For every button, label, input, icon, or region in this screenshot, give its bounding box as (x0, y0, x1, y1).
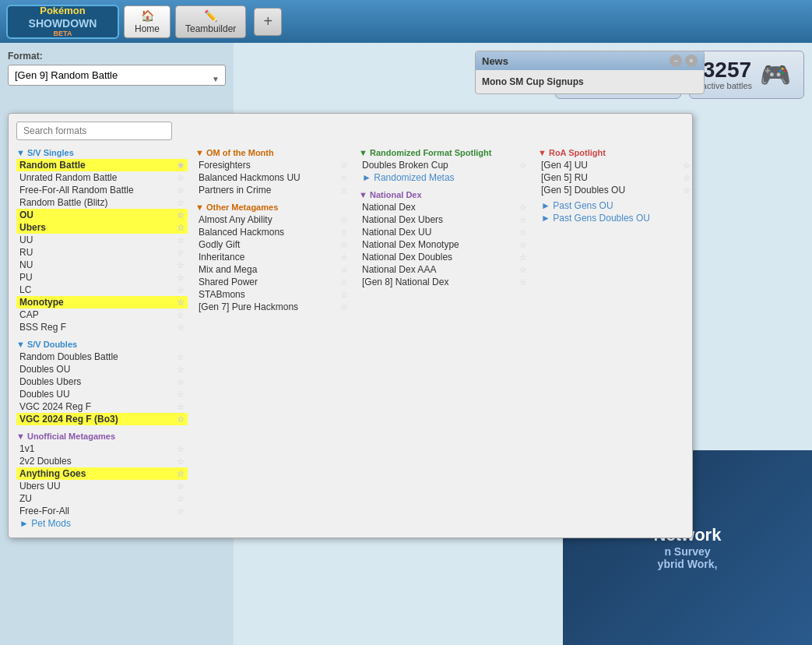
format-item-gen4uu[interactable]: [Gen 4] UU ☆ (538, 159, 694, 171)
format-item-doubles-ou[interactable]: Doubles OU ☆ (16, 363, 188, 375)
star-zu[interactable]: ☆ (177, 494, 185, 504)
star-natdex-doubles[interactable]: ☆ (519, 252, 527, 263)
star-nu[interactable]: ☆ (177, 260, 185, 270)
format-item-stabmons[interactable]: STABmons ☆ (195, 288, 351, 301)
format-item-partners[interactable]: Partners in Crime ☆ (195, 184, 351, 196)
star-gen5doubles[interactable]: ☆ (683, 185, 691, 196)
star-natdex-uu[interactable]: ☆ (519, 227, 527, 238)
format-item-monotype[interactable]: Monotype ☆ (16, 296, 188, 308)
format-item-ou[interactable]: OU ☆ (16, 209, 188, 221)
format-item-vgc-bo3[interactable]: VGC 2024 Reg F (Bo3) ☆ (16, 413, 188, 425)
star-natdex-aaa[interactable]: ☆ (519, 265, 527, 275)
star-shared-power[interactable]: ☆ (340, 277, 348, 287)
format-item-mix-mega[interactable]: Mix and Mega ☆ (195, 263, 351, 276)
format-item-bss[interactable]: BSS Reg F ☆ (16, 321, 188, 333)
add-tab-button[interactable]: + (254, 8, 282, 36)
format-item-natdex-ubers[interactable]: National Dex Ubers ☆ (359, 213, 530, 226)
star-rdb[interactable]: ☆ (177, 352, 185, 362)
format-item-aaa[interactable]: Almost Any Ability ☆ (195, 213, 351, 226)
format-item-blitz[interactable]: Random Battle (Blitz) ☆ (16, 196, 188, 209)
star-ubers[interactable]: ☆ (177, 223, 185, 233)
format-item-natdex-uu[interactable]: National Dex UU ☆ (359, 226, 530, 238)
logo[interactable]: Pokémon SHOWDOWN BETA (6, 5, 119, 39)
format-item-natdex-doubles[interactable]: National Dex Doubles ☆ (359, 251, 530, 263)
star-ffa[interactable]: ☆ (177, 185, 185, 196)
star-stabmons[interactable]: ☆ (340, 290, 348, 300)
format-item-doubles-ubers[interactable]: Doubles Ubers ☆ (16, 375, 188, 388)
star-unrated[interactable]: ☆ (177, 173, 185, 183)
news-item[interactable]: Mono SM Cup Signups (482, 76, 698, 87)
format-item-godly[interactable]: Godly Gift ☆ (195, 238, 351, 251)
star-doubles-uu[interactable]: ☆ (177, 389, 185, 400)
star-vgc-bo3[interactable]: ☆ (177, 414, 185, 425)
format-item-doubles-broken[interactable]: Doubles Broken Cup ☆ (359, 159, 530, 171)
star-gen8-natdex[interactable]: ☆ (519, 277, 527, 287)
news-minimize[interactable]: − (670, 55, 682, 67)
format-item-rdb[interactable]: Random Doubles Battle ☆ (16, 351, 188, 363)
format-item-foresighters[interactable]: Foresighters ☆ (195, 159, 351, 171)
format-item-cap[interactable]: CAP ☆ (16, 308, 188, 321)
star-cap[interactable]: ☆ (177, 310, 185, 320)
star-gen5ru[interactable]: ☆ (683, 173, 691, 183)
format-item-randomized-metas[interactable]: ► Randomized Metas (359, 171, 530, 184)
format-select[interactable]: [Gen 9] Random Battle (8, 65, 226, 86)
format-item-doubles-uu[interactable]: Doubles UU ☆ (16, 388, 188, 400)
star-ag[interactable]: ☆ (177, 469, 185, 479)
format-item-vgc-reg-f[interactable]: VGC 2024 Reg F ☆ (16, 400, 188, 413)
format-item-nu[interactable]: NU ☆ (16, 259, 188, 271)
format-item-natdex-mono[interactable]: National Dex Monotype ☆ (359, 238, 530, 251)
star-pu[interactable]: ☆ (177, 273, 185, 283)
format-item-lc[interactable]: LC ☆ (16, 284, 188, 296)
star-doubles-ubers[interactable]: ☆ (177, 377, 185, 387)
star-blitz[interactable]: ☆ (177, 198, 185, 208)
format-item-ffa[interactable]: Free-For-All Random Battle ☆ (16, 184, 188, 196)
format-item-gen7-hackmons[interactable]: [Gen 7] Pure Hackmons ☆ (195, 301, 351, 313)
star-gen4uu[interactable]: ☆ (683, 160, 691, 171)
star-random-battle[interactable]: ★ (177, 160, 185, 171)
home-button[interactable]: 🏠 Home (124, 5, 170, 38)
star-natdex[interactable]: ☆ (519, 203, 527, 213)
search-input[interactable] (16, 122, 172, 140)
format-item-bh[interactable]: Balanced Hackmons ☆ (195, 226, 351, 238)
format-item-shared-power[interactable]: Shared Power ☆ (195, 276, 351, 288)
star-partners[interactable]: ☆ (340, 185, 348, 196)
format-item-uu[interactable]: UU ☆ (16, 234, 188, 246)
format-item-gen5ru[interactable]: [Gen 5] RU ☆ (538, 171, 694, 184)
star-natdex-mono[interactable]: ☆ (519, 240, 527, 250)
format-item-inheritance[interactable]: Inheritance ☆ (195, 251, 351, 263)
format-item-1v1[interactable]: 1v1 ☆ (16, 442, 188, 455)
format-item-zu[interactable]: ZU ☆ (16, 492, 188, 505)
star-bh[interactable]: ☆ (340, 227, 348, 238)
star-bhuu[interactable]: ☆ (340, 173, 348, 183)
format-item-ubers[interactable]: Ubers ☆ (16, 221, 188, 234)
star-godly[interactable]: ☆ (340, 240, 348, 250)
format-item-bhuu[interactable]: Balanced Hackmons UU ☆ (195, 171, 351, 184)
format-item-gen5doubles[interactable]: [Gen 5] Doubles OU ☆ (538, 184, 694, 196)
format-item-pet-mods[interactable]: ► Pet Mods (16, 517, 188, 530)
star-ubersuu[interactable]: ☆ (177, 481, 185, 492)
format-item-2v2[interactable]: 2v2 Doubles ☆ (16, 455, 188, 467)
star-1v1[interactable]: ☆ (177, 444, 185, 454)
format-item-ffa2[interactable]: Free-For-All ☆ (16, 505, 188, 517)
news-close[interactable]: × (685, 55, 698, 67)
teambuilder-button[interactable]: ✏️ Teambuilder (175, 5, 246, 38)
format-item-natdex[interactable]: National Dex ☆ (359, 201, 530, 213)
star-aaa[interactable]: ☆ (340, 215, 348, 225)
star-inheritance[interactable]: ☆ (340, 252, 348, 263)
star-ru[interactable]: ☆ (177, 248, 185, 258)
star-2v2[interactable]: ☆ (177, 456, 185, 467)
format-item-random-battle[interactable]: Random Battle ★ (16, 159, 188, 171)
star-doubles-ou[interactable]: ☆ (177, 365, 185, 375)
star-ffa2[interactable]: ☆ (177, 506, 185, 516)
star-bss[interactable]: ☆ (177, 322, 185, 333)
star-gen7-hackmons[interactable]: ☆ (340, 302, 348, 312)
format-item-unrated[interactable]: Unrated Random Battle ☆ (16, 171, 188, 184)
format-item-gen8-natdex[interactable]: [Gen 8] National Dex ☆ (359, 276, 530, 288)
star-vgc-reg-f[interactable]: ☆ (177, 402, 185, 412)
format-item-natdex-aaa[interactable]: National Dex AAA ☆ (359, 263, 530, 276)
star-doubles-broken[interactable]: ☆ (519, 160, 527, 171)
format-item-ag[interactable]: Anything Goes ☆ (16, 467, 188, 480)
star-uu[interactable]: ☆ (177, 235, 185, 245)
format-item-ru[interactable]: RU ☆ (16, 246, 188, 259)
star-lc[interactable]: ☆ (177, 285, 185, 295)
